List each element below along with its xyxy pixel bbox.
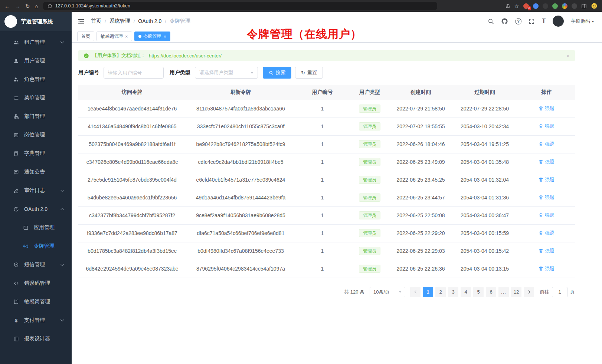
sidebar-item-sensitive-words[interactable]: 敏感词管理 <box>0 292 72 311</box>
page-button[interactable]: 2 <box>435 287 446 297</box>
page-size-select[interactable]: 10条/页 <box>370 287 405 297</box>
tab-token-management[interactable]: 令牌管理 × <box>134 32 171 41</box>
breadcrumb-item[interactable]: 系统管理 <box>109 18 130 24</box>
close-icon[interactable]: × <box>164 34 167 39</box>
app-logo[interactable]: 芋道管理系统 <box>0 12 72 31</box>
page-button[interactable]: 4 <box>461 287 471 297</box>
extension-icon[interactable]: 0 <box>523 3 529 9</box>
page-button[interactable]: 3 <box>448 287 458 297</box>
share-icon[interactable] <box>505 3 510 9</box>
expires-cell: 2022-07-29 22:28:50 <box>451 100 518 118</box>
search-button[interactable]: 搜索 <box>263 67 291 79</box>
extension-icon[interactable] <box>543 3 548 9</box>
chevron-down-icon <box>60 40 64 44</box>
page-button[interactable]: 5 <box>473 287 484 297</box>
doc-link[interactable]: https://doc.iocoder.cn/user-center/ <box>149 53 222 59</box>
sidebar-item-label: 支付管理 <box>24 317 45 324</box>
extension-icon[interactable] <box>572 3 577 9</box>
sidebar-item-department[interactable]: 部门管理 <box>0 107 72 126</box>
trash-icon <box>539 124 543 129</box>
sidebar-item-sms[interactable]: 短信管理 <box>0 255 72 274</box>
sidebar-item-label: 错误码管理 <box>24 280 50 287</box>
breadcrumb-separator: / <box>165 19 166 24</box>
bookmark-star-icon[interactable]: ☆ <box>514 3 519 9</box>
trash-icon <box>539 142 543 146</box>
address-bar[interactable]: 127.0.0.1:1024/system/oauth2/token <box>43 2 437 10</box>
help-icon[interactable]: ? <box>515 18 521 24</box>
yen-currency-icon: ¥ <box>13 318 19 323</box>
active-tab-dot <box>138 35 141 38</box>
breadcrumb-item[interactable]: OAuth 2.0 <box>138 18 161 24</box>
sidebar-item-post[interactable]: 岗位管理 <box>0 126 72 144</box>
sidebar-item-audit-log[interactable]: 审计日志 <box>0 181 72 200</box>
user-icon <box>13 58 19 64</box>
breadcrumb-item[interactable]: 首页 <box>91 18 101 24</box>
browser-home-icon[interactable]: ⌂ <box>35 3 38 9</box>
sidebar-item-oauth-apps[interactable]: 应用管理 <box>0 218 72 237</box>
force-logout-button[interactable]: 强退 <box>539 123 554 130</box>
goto-page-input[interactable] <box>552 287 567 297</box>
user-id-cell: 1 <box>295 242 349 260</box>
browser-reload-icon[interactable]: ↻ <box>25 3 30 9</box>
browser-profile-avatar[interactable] <box>591 3 598 9</box>
sidebar-item-report-designer[interactable]: 报表设计器 <box>0 330 72 348</box>
sidebar-item-payment[interactable]: ¥ 支付管理 <box>0 311 72 330</box>
fullscreen-icon[interactable] <box>529 18 535 24</box>
force-logout-button[interactable]: 强退 <box>539 194 554 201</box>
page-button[interactable]: 6 <box>486 287 496 297</box>
user-id-label: 用户编号 <box>78 69 99 76</box>
extension-icon[interactable] <box>552 3 558 9</box>
page-button[interactable]: 12 <box>511 287 521 297</box>
sidebar-item-error-code[interactable]: 错误码管理 <box>0 274 72 292</box>
close-icon[interactable]: × <box>125 34 128 39</box>
tab-home[interactable]: 首页 <box>77 32 94 41</box>
user-type-select[interactable]: 请选择用户类型 <box>195 67 258 79</box>
extension-icon[interactable] <box>562 3 567 9</box>
extension-icon[interactable] <box>533 3 539 9</box>
force-logout-button[interactable]: 强退 <box>539 159 554 165</box>
chat-bubble-icon <box>13 169 19 175</box>
next-page-button[interactable] <box>524 287 534 297</box>
sidebar-item-menu[interactable]: 菜单管理 <box>0 89 72 107</box>
expires-cell: 2054-03-04 00:13:15 <box>451 260 518 278</box>
sidebar-item-label: 报表设计器 <box>24 335 50 342</box>
app-title: 芋道管理系统 <box>21 18 53 25</box>
force-logout-button[interactable]: 强退 <box>539 176 554 183</box>
force-logout-button[interactable]: 强退 <box>539 230 554 236</box>
user-type-badge: 管理员 <box>359 176 380 184</box>
expires-cell: 2054-03-04 01:31:36 <box>451 189 518 206</box>
force-logout-button[interactable]: 强退 <box>539 105 554 112</box>
prev-page-button[interactable] <box>410 287 421 297</box>
browser-panel-icon[interactable] <box>581 3 587 9</box>
trash-icon <box>539 159 543 164</box>
access-token-cell: 6d842e2924594de9a09e45e087323abe <box>78 260 186 278</box>
user-id-input[interactable] <box>104 67 164 79</box>
sidebar-item-dictionary[interactable]: 字典管理 <box>0 144 72 163</box>
user-type-badge: 管理员 <box>359 193 380 202</box>
force-logout-button[interactable]: 强退 <box>539 212 554 219</box>
more-pages-button[interactable]: ... <box>498 287 509 297</box>
force-logout-button[interactable]: 强退 <box>539 141 554 148</box>
github-icon[interactable] <box>501 18 508 25</box>
sidebar-item-role[interactable]: 角色管理 <box>0 70 72 89</box>
collapse-sidebar-icon[interactable] <box>78 18 85 25</box>
browser-forward-icon[interactable]: → <box>15 3 20 9</box>
close-icon[interactable]: × <box>566 53 570 59</box>
tab-sensitive-words[interactable]: 敏感词管理 × <box>96 32 132 41</box>
user-menu[interactable]: 芋道源码 ▾ <box>571 18 594 24</box>
force-logout-button[interactable]: 强退 <box>539 265 554 272</box>
sidebar-item-notice[interactable]: 通知公告 <box>0 163 72 181</box>
page-button[interactable]: 1 <box>423 287 433 297</box>
reset-button[interactable]: ↻ 重置 <box>295 67 323 79</box>
force-logout-button[interactable]: 强退 <box>539 248 554 254</box>
sidebar-item-oauth-tokens[interactable]: 令牌管理 <box>0 237 72 255</box>
site-info-icon[interactable] <box>48 4 52 9</box>
sidebar-item-oauth[interactable]: OAuth 2.0 <box>0 200 72 218</box>
sidebar-item-user[interactable]: 用户管理 <box>0 52 72 70</box>
sidebar-item-tenant[interactable]: 租户管理 <box>0 33 72 52</box>
browser-back-icon[interactable]: ← <box>4 3 10 9</box>
user-avatar[interactable] <box>553 16 564 27</box>
font-size-icon[interactable]: T <box>542 18 546 24</box>
search-icon[interactable] <box>488 18 494 24</box>
trash-icon <box>539 106 543 111</box>
